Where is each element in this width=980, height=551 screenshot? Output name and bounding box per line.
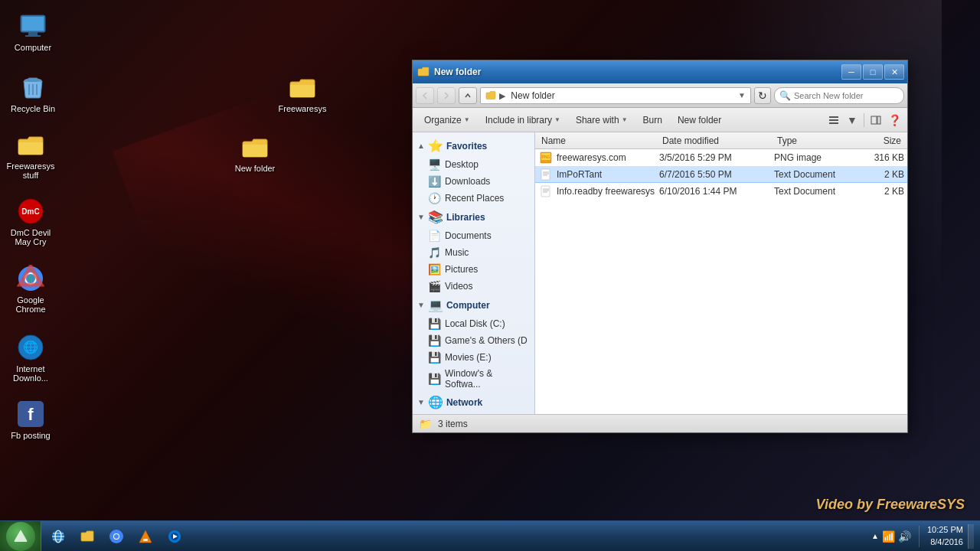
forward-button[interactable]: [437, 87, 456, 104]
view-options-button[interactable]: ▼: [844, 112, 861, 129]
libraries-label: Libraries: [446, 212, 485, 223]
taskbar-chrome[interactable]: [103, 524, 130, 549]
downloads-nav-icon: ⬇️: [428, 175, 441, 187]
svg-rect-44: [143, 539, 148, 541]
desktop-nav-label: Desktop: [445, 159, 479, 170]
desktop-icon-freewaresys-stuff[interactable]: Freewaresys stuff: [4, 126, 57, 183]
svg-point-14: [27, 275, 34, 282]
nav-local-disk-c[interactable]: 💾 Local Disk (C:): [413, 315, 534, 332]
pictures-nav-label: Pictures: [445, 264, 478, 275]
col-type-header[interactable]: Type: [774, 135, 858, 146]
file-pane: Name Date modified Type Size PNG freewar: [535, 132, 907, 414]
svg-text:PNG: PNG: [542, 155, 550, 159]
recent-nav-label: Recent Places: [445, 193, 504, 204]
nav-windows-software[interactable]: 💾 Window's & Softwa...: [413, 366, 534, 392]
col-name-header[interactable]: Name: [538, 135, 659, 146]
col-date-header[interactable]: Date modified: [659, 135, 774, 146]
taskbar-mediaplayer[interactable]: [161, 524, 188, 549]
back-button[interactable]: [416, 87, 434, 104]
new-folder-button[interactable]: New folder: [671, 111, 728, 129]
show-desktop-button[interactable]: [968, 524, 974, 549]
address-chevron[interactable]: ▼: [738, 91, 746, 99]
svg-text:f: f: [28, 405, 34, 424]
desktop-icon-freewaresys[interactable]: Freewaresys: [276, 69, 329, 116]
taskbar-right: ▲ 📶 🔊 10:25 PM 8/4/2016: [865, 524, 980, 549]
file-date-2: 6/10/2016 1:44 PM: [659, 186, 774, 197]
freewaresys-stuff-icon: [15, 129, 46, 160]
desktop-icon-computer[interactable]: Computer: [6, 8, 60, 55]
view-details-button[interactable]: [825, 112, 842, 129]
desktop-icon-chrome[interactable]: Google Chrome: [4, 260, 57, 317]
share-with-button[interactable]: Share with ▼: [569, 111, 635, 129]
nav-desktop[interactable]: 🖥️ Desktop: [413, 156, 534, 173]
taskbar-explorer[interactable]: [74, 524, 101, 549]
table-row[interactable]: ImPoRTant 6/7/2016 5:50 PM Text Document…: [535, 166, 907, 183]
clock[interactable]: 10:25 PM 8/4/2016: [927, 524, 963, 548]
nav-downloads[interactable]: ⬇️ Downloads: [413, 173, 534, 190]
file-type-1: Text Document: [774, 169, 858, 180]
chrome-icon-label: Google Chrome: [7, 295, 54, 314]
preview-pane-button[interactable]: [867, 112, 884, 129]
burn-button[interactable]: Burn: [636, 111, 669, 129]
network-section[interactable]: ▼ 🌐 Network: [413, 392, 534, 412]
file-type-2: Text Document: [774, 186, 858, 197]
nav-videos[interactable]: 🎬 Videos: [413, 278, 534, 295]
freewaresys-folder-icon: [287, 72, 318, 103]
disk-c-icon: 💾: [428, 318, 441, 330]
help-button[interactable]: ❓: [886, 112, 903, 129]
libraries-section[interactable]: ▼ 📚 Libraries: [413, 207, 534, 227]
computer-section[interactable]: ▼ 💻 Computer: [413, 295, 534, 315]
nav-movies[interactable]: 💾 Movies (E:): [413, 349, 534, 366]
tray-arrow[interactable]: ▲: [871, 532, 879, 540]
nav-games-others[interactable]: 💾 Game's & Others (D: [413, 332, 534, 349]
minimize-button[interactable]: ─: [841, 64, 861, 80]
col-size-header[interactable]: Size: [858, 135, 904, 146]
nav-documents[interactable]: 📄 Documents: [413, 227, 534, 244]
music-nav-icon: 🎵: [428, 246, 441, 259]
refresh-button[interactable]: ↻: [754, 87, 771, 104]
svg-rect-27: [541, 169, 550, 180]
desktop-icon-dmc[interactable]: DmC DmC Devil May Cry: [4, 193, 57, 249]
start-orb: [6, 522, 35, 551]
search-input[interactable]: [794, 91, 900, 100]
close-button[interactable]: ✕: [884, 64, 904, 80]
internet-icon-label: Internet Downlo...: [7, 364, 54, 383]
pictures-nav-icon: 🖼️: [428, 263, 441, 276]
svg-rect-8: [28, 78, 38, 81]
taskbar-vlc[interactable]: [132, 524, 159, 549]
volume-tray-icon[interactable]: 🔊: [898, 530, 911, 543]
nav-music[interactable]: 🎵 Music: [413, 244, 534, 261]
taskbar-ie[interactable]: [44, 524, 72, 549]
file-date-0: 3/5/2016 5:29 PM: [659, 152, 774, 163]
svg-text:🌐: 🌐: [23, 340, 38, 354]
desktop-icon-fb[interactable]: f Fb posting: [4, 396, 57, 443]
movies-icon: 💾: [428, 351, 441, 364]
maximize-button[interactable]: □: [863, 64, 883, 80]
include-library-button[interactable]: Include in library ▼: [479, 111, 567, 129]
address-bar[interactable]: ▶ New folder ▼: [480, 87, 751, 104]
file-size-1: 2 KB: [858, 169, 904, 180]
fb-icon-label: Fb posting: [11, 431, 50, 440]
table-row[interactable]: Info.readby freewaresys 6/10/2016 1:44 P…: [535, 183, 907, 200]
favorites-label: Favorites: [446, 141, 487, 152]
desktop-icon-recyclebin[interactable]: Recycle Bin: [6, 69, 60, 116]
desktop-icon-newfolder[interactable]: New folder: [228, 129, 282, 176]
up-button[interactable]: [459, 87, 477, 104]
recyclebin-icon-label: Recycle Bin: [11, 104, 55, 113]
nav-recent-places[interactable]: 🕐 Recent Places: [413, 190, 534, 207]
windows-software-label: Window's & Softwa...: [445, 368, 528, 390]
tray-icons: ▲ 📶 🔊: [871, 530, 911, 543]
libraries-arrow: ▼: [417, 213, 425, 221]
videos-nav-icon: 🎬: [428, 280, 441, 292]
svg-rect-1: [22, 17, 44, 31]
search-box[interactable]: 🔍: [774, 87, 904, 104]
nav-pictures[interactable]: 🖼️ Pictures: [413, 261, 534, 278]
organize-button[interactable]: Organize ▼: [417, 111, 477, 129]
favorites-section[interactable]: ▲ ⭐ Favorites: [413, 135, 534, 156]
table-row[interactable]: PNG freewaresys.com 3/5/2016 5:29 PM PNG…: [535, 149, 907, 166]
desktop-icon-internet[interactable]: 🌐 Internet Downlo...: [4, 329, 57, 386]
desktop-nav-icon: 🖥️: [428, 158, 441, 171]
fb-icon: f: [15, 399, 46, 429]
music-nav-label: Music: [445, 247, 469, 258]
start-button[interactable]: [0, 521, 41, 552]
